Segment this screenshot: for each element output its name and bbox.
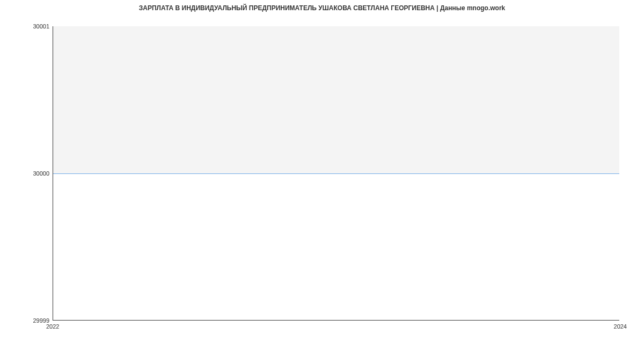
x-tick-label: 2022 [46,323,59,330]
chart-title: ЗАРПЛАТА В ИНДИВИДУАЛЬНЫЙ ПРЕДПРИНИМАТЕЛ… [0,4,644,12]
grid-band [53,26,619,173]
y-tick-label: 30001 [33,23,49,30]
x-tick-label: 2024 [614,323,627,330]
y-tick-label: 30000 [33,170,49,177]
data-line [53,173,619,174]
plot-area [53,26,619,321]
